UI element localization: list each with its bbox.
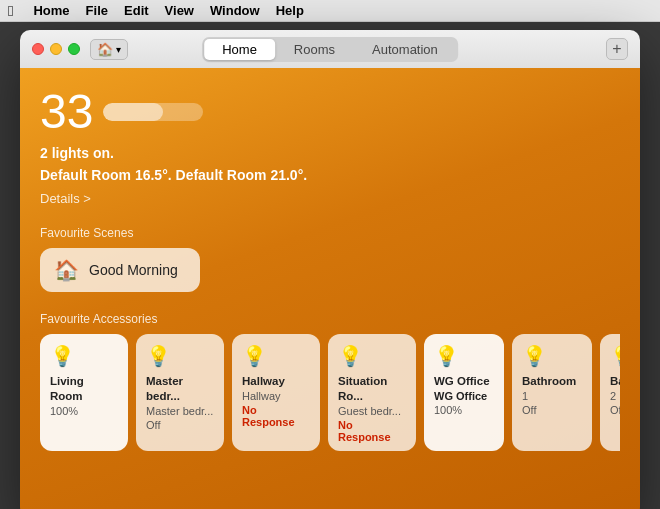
accessory-sub-bathroom-2: Off <box>610 404 620 416</box>
minimize-button[interactable] <box>50 43 62 55</box>
tab-automation[interactable]: Automation <box>354 39 456 60</box>
status-line2: Default Room 16.5°. Default Room 21.0°. <box>40 164 620 186</box>
status-line1: 2 lights on. <box>40 142 620 164</box>
menu-view[interactable]: View <box>165 3 194 18</box>
tab-group: Home Rooms Automation <box>202 37 458 62</box>
temperature-display: 33 <box>40 88 620 136</box>
accessory-subname-wg-office: WG Office <box>434 389 494 403</box>
bulb-icon-situation-room: 💡 <box>338 344 406 368</box>
accessory-name-situation-room: Situation Ro... <box>338 374 406 404</box>
accessory-sub-living-room: 100% <box>50 405 118 417</box>
header-section: 33 2 lights on. Default Room 16.5°. Defa… <box>40 88 620 206</box>
accessory-sub-hallway: No Response <box>242 404 310 428</box>
close-button[interactable] <box>32 43 44 55</box>
accessory-name-master-bedr: Master bedr... <box>146 374 214 404</box>
accessories-section: Favourite Accessories 💡 Living Room 100%… <box>40 312 620 455</box>
accessory-subname-master-bedr: Master bedr... <box>146 404 214 418</box>
bulb-icon-wg-office: 💡 <box>434 344 494 368</box>
accessory-name-bathroom-2: Bathroom <box>610 374 620 389</box>
accessory-wg-office[interactable]: 💡 WG Office WG Office 100% <box>424 334 504 451</box>
favourite-scenes-label: Favourite Scenes <box>40 226 620 240</box>
apple-menu[interactable]:  <box>8 2 13 19</box>
accessory-sub-wg-office: 100% <box>434 404 494 416</box>
accessory-sub-situation-room: No Response <box>338 419 406 443</box>
main-content: 33 2 lights on. Default Room 16.5°. Defa… <box>20 68 640 509</box>
accessory-bathroom-1[interactable]: 💡 Bathroom 1 Off <box>512 334 592 451</box>
status-text: 2 lights on. Default Room 16.5°. Default… <box>40 142 620 187</box>
bulb-icon-hallway: 💡 <box>242 344 310 368</box>
temperature-bar <box>103 103 203 121</box>
chevron-down-icon: ▾ <box>116 44 121 55</box>
accessory-master-bedr[interactable]: 💡 Master bedr... Master bedr... Off <box>136 334 224 451</box>
accessory-name-wg-office: WG Office <box>434 374 494 389</box>
accessory-living-room[interactable]: 💡 Living Room 100% <box>40 334 128 451</box>
temperature-value: 33 <box>40 88 93 136</box>
accessory-bathroom-2[interactable]: 💡 Bathroom 2 Off <box>600 334 620 451</box>
menu-edit[interactable]: Edit <box>124 3 149 18</box>
accessory-subname-bathroom-1: 1 <box>522 389 582 403</box>
accessory-name-hallway: Hallway <box>242 374 310 389</box>
accessory-subname-bathroom-2: 2 <box>610 389 620 403</box>
accessory-hallway[interactable]: 💡 Hallway Hallway No Response <box>232 334 320 451</box>
scene-name: Good Morning <box>89 262 178 278</box>
home-location-button[interactable]: 🏠 ▾ <box>90 39 128 60</box>
details-link[interactable]: Details > <box>40 191 620 206</box>
scene-home-icon: 🏠 <box>54 258 79 282</box>
menu-help[interactable]: Help <box>276 3 304 18</box>
accessory-situation-room[interactable]: 💡 Situation Ro... Guest bedr... No Respo… <box>328 334 416 451</box>
accessory-subname-situation-room: Guest bedr... <box>338 404 406 418</box>
traffic-lights <box>32 43 80 55</box>
bulb-icon-living-room: 💡 <box>50 344 118 368</box>
accessory-name-living-room: Living Room <box>50 374 118 404</box>
bulb-icon-bathroom-2: 💡 <box>610 344 620 368</box>
menu-home[interactable]: Home <box>33 3 69 18</box>
add-button[interactable]: + <box>606 38 628 60</box>
menu-window[interactable]: Window <box>210 3 260 18</box>
app-window: 🏠 ▾ Home Rooms Automation + 33 2 lights … <box>20 30 640 509</box>
bulb-icon-bathroom-1: 💡 <box>522 344 582 368</box>
accessory-sub-bathroom-1: Off <box>522 404 582 416</box>
home-icon: 🏠 <box>97 42 113 57</box>
title-bar: 🏠 ▾ Home Rooms Automation + <box>20 30 640 68</box>
accessories-grid: 💡 Living Room 100% 💡 Master bedr... Mast… <box>40 334 620 455</box>
tab-rooms[interactable]: Rooms <box>276 39 353 60</box>
accessory-subname-hallway: Hallway <box>242 389 310 403</box>
maximize-button[interactable] <box>68 43 80 55</box>
favourite-accessories-label: Favourite Accessories <box>40 312 620 326</box>
scene-good-morning[interactable]: 🏠 Good Morning <box>40 248 200 292</box>
accessory-sub-master-bedr: Off <box>146 419 214 431</box>
accessory-name-bathroom-1: Bathroom <box>522 374 582 389</box>
menu-bar:  Home File Edit View Window Help <box>0 0 660 22</box>
bulb-icon-master-bedr: 💡 <box>146 344 214 368</box>
menu-file[interactable]: File <box>86 3 108 18</box>
tab-home[interactable]: Home <box>204 39 275 60</box>
temperature-bar-fill <box>103 103 163 121</box>
